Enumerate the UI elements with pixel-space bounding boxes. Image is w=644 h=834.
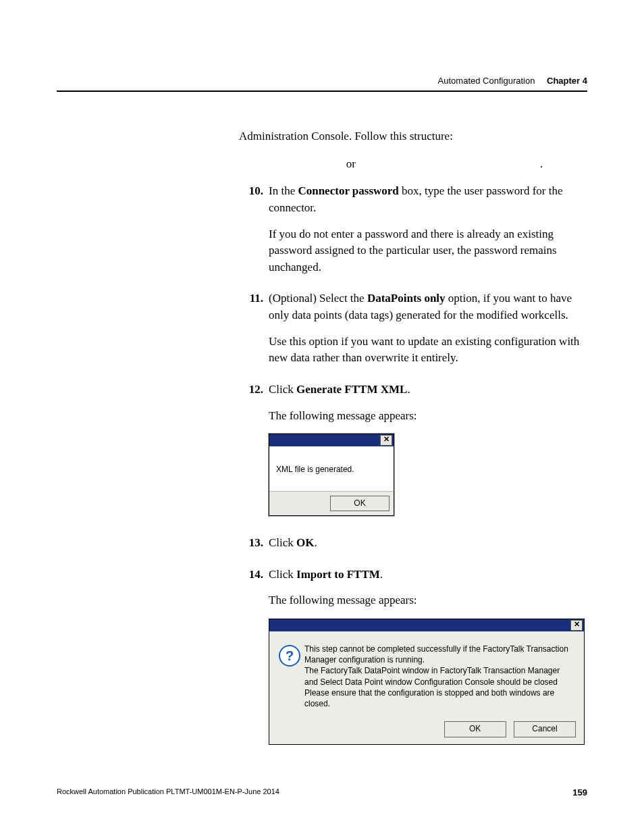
step-12-p1: Click Generate FTTM XML. [269, 382, 587, 398]
page-number: 159 [572, 787, 587, 798]
running-header-section: Automated Configuration [438, 76, 535, 86]
publication-info: Rockwell Automation Publication PLTMT-UM… [57, 787, 279, 798]
body-content: Administration Console. Follow this stru… [239, 128, 587, 752]
step-11: 11. (Optional) Select the DataPoints onl… [239, 290, 587, 376]
step-12: 12. Click Generate FTTM XML. The followi… [239, 382, 587, 529]
xml-generated-dialog: ✕ XML file is generated. OK [269, 434, 394, 516]
step-10-p1: In the Connector password box, type the … [269, 183, 587, 216]
close-icon[interactable]: ✕ [570, 620, 583, 631]
intro-or: or [284, 156, 419, 173]
step-13: 13. Click OK. [239, 535, 587, 561]
question-icon-glyph: ? [279, 645, 300, 667]
running-header: Automated Configuration Chapter 4 [438, 76, 587, 86]
step-10: 10. In the Connector password box, type … [239, 183, 587, 285]
dialog-titlebar: ✕ [269, 434, 394, 446]
step-10-p2: If you do not enter a password and there… [269, 226, 587, 276]
cancel-button[interactable]: Cancel [514, 721, 576, 737]
header-rule [57, 90, 587, 92]
step-number: 12. [239, 382, 269, 529]
step-11-p1: (Optional) Select the DataPoints only op… [269, 290, 587, 323]
step-body: In the Connector password box, type the … [269, 183, 587, 285]
dialog-message: XML file is generated. [276, 465, 354, 474]
intro-period: . [421, 156, 543, 173]
step-number: 11. [239, 290, 269, 376]
dialog-button-bar: OK Cancel [269, 716, 584, 744]
step-11-p2: Use this option if you want to update an… [269, 334, 587, 367]
close-icon[interactable]: ✕ [380, 435, 392, 446]
dialog-message: This step cannot be completed successful… [304, 644, 574, 709]
intro-line: Administration Console. Follow this stru… [239, 128, 587, 145]
running-header-chapter: Chapter 4 [547, 76, 587, 86]
dialog-titlebar: ✕ [269, 619, 584, 631]
dialog-body: ? This step cannot be completed successf… [269, 631, 584, 716]
step-13-p1: Click OK. [269, 535, 587, 552]
ok-button[interactable]: OK [444, 721, 506, 737]
step-14-p1: Click Import to FTTM. [269, 567, 587, 583]
step-14-p2: The following message appears: [269, 592, 587, 609]
step-number: 14. [239, 567, 269, 752]
step-12-p2: The following message appears: [269, 408, 587, 425]
dialog-button-bar: OK [269, 492, 394, 515]
step-body: (Optional) Select the DataPoints only op… [269, 290, 587, 376]
question-icon: ? [279, 644, 304, 709]
page-footer: Rockwell Automation Publication PLTMT-UM… [57, 787, 587, 798]
step-body: Click OK. [269, 535, 587, 561]
step-body: Click Generate FTTM XML. The following m… [269, 382, 587, 529]
step-number: 13. [239, 535, 269, 561]
step-number: 10. [239, 183, 269, 285]
step-14: 14. Click Import to FTTM. The following … [239, 567, 587, 752]
step-body: Click Import to FTTM. The following mess… [269, 567, 587, 752]
intro-or-line: or . [239, 156, 587, 173]
dialog-body: XML file is generated. [269, 446, 394, 491]
ok-button[interactable]: OK [330, 496, 390, 511]
import-warning-dialog: ✕ ? This step cannot be completed succes… [269, 619, 585, 745]
